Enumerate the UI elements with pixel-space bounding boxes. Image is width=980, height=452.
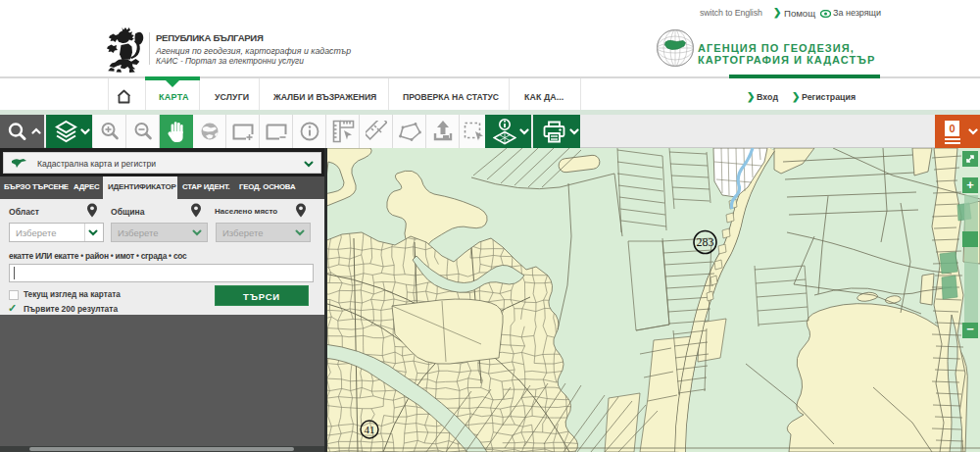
svg-text:41: 41 — [365, 424, 375, 435]
svg-text:283: 283 — [697, 235, 714, 249]
